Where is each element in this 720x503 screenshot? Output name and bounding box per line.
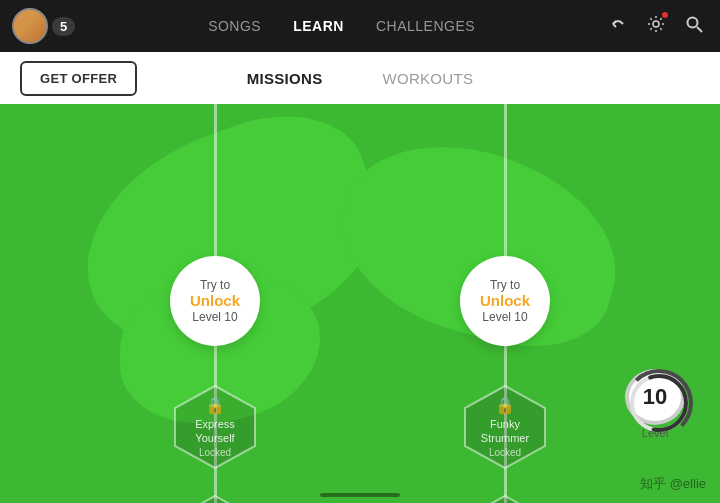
hex-shape-right: 🔒 FunkyStrummer Locked — [460, 384, 550, 470]
hex-node-left-bottom[interactable]: 🔒 — [170, 494, 260, 503]
unlock-node-left[interactable]: Try to Unlock Level 10 — [170, 256, 260, 346]
svg-marker-6 — [465, 496, 545, 503]
subnav: GET OFFER MISSIONS WORKOUTS — [0, 52, 720, 104]
hex-content-right: 🔒 FunkyStrummer Locked — [481, 396, 529, 459]
unlock-label-right: Unlock — [480, 292, 530, 310]
notification-dot — [662, 12, 668, 18]
hex-label-funky: FunkyStrummer — [481, 417, 529, 446]
lock-icon: 🔒 — [205, 396, 225, 415]
settings-icon[interactable] — [646, 14, 666, 39]
back-icon[interactable] — [608, 14, 628, 39]
hex-shape-lb: 🔒 — [170, 494, 260, 503]
hex-content: 🔒 ExpressYourself Locked — [195, 396, 235, 459]
svg-point-0 — [653, 21, 659, 27]
hex-label-express: ExpressYourself — [195, 417, 235, 446]
tab-workouts[interactable]: WORKOUTS — [383, 70, 474, 87]
svg-line-2 — [697, 27, 702, 32]
svg-point-1 — [688, 17, 698, 27]
nav-learn[interactable]: LEARN — [293, 18, 344, 34]
score-badge: 5 — [52, 17, 75, 36]
header-left: 5 — [0, 8, 75, 44]
main-content: Try to Unlock Level 10 Try to Unlock Lev… — [0, 104, 720, 503]
tab-missions[interactable]: MISSIONS — [247, 70, 323, 87]
nav-challenges[interactable]: CHALLENGES — [376, 18, 475, 34]
avatar-face — [14, 10, 46, 42]
level-label-left: Level 10 — [192, 310, 237, 324]
get-offer-button[interactable]: GET OFFER — [20, 61, 137, 96]
hex-shape: 🔒 ExpressYourself Locked — [170, 384, 260, 470]
try-label-left: Try to — [200, 278, 230, 292]
level-label-right: Level 10 — [482, 310, 527, 324]
nav-songs[interactable]: SONGS — [208, 18, 261, 34]
avatar[interactable] — [12, 8, 48, 44]
level-circle: 10 — [625, 369, 685, 425]
scroll-indicator — [320, 493, 400, 497]
level-badge: 10 Level — [620, 369, 690, 439]
hex-shape-rb: 🔒 — [460, 494, 550, 503]
hex-node-right-bottom[interactable]: 🔒 — [460, 494, 550, 503]
try-label-right: Try to — [490, 278, 520, 292]
watermark: 知乎 @ellie — [640, 475, 706, 493]
hex-locked-funky: Locked — [489, 447, 521, 458]
unlock-node-right[interactable]: Try to Unlock Level 10 — [460, 256, 550, 346]
header-right — [608, 14, 720, 39]
header-nav: SONGS LEARN CHALLENGES — [75, 18, 608, 34]
unlock-label-left: Unlock — [190, 292, 240, 310]
hex-locked-express: Locked — [199, 447, 231, 458]
header: 5 SONGS LEARN CHALLENGES — [0, 0, 720, 52]
lock-icon-right: 🔒 — [495, 396, 515, 415]
svg-marker-5 — [175, 496, 255, 503]
hex-node-express-yourself[interactable]: 🔒 ExpressYourself Locked — [170, 384, 260, 470]
hex-node-funky-strummer[interactable]: 🔒 FunkyStrummer Locked — [460, 384, 550, 470]
search-icon[interactable] — [684, 14, 704, 39]
